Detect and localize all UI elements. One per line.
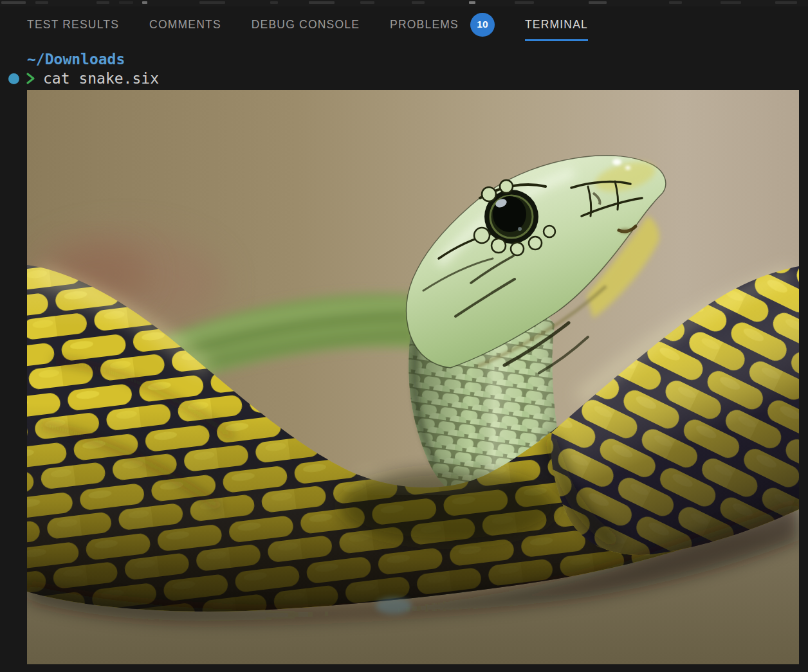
tab-comments[interactable]: COMMENTS — [149, 8, 221, 41]
terminal-command-text: cat snake.six — [43, 70, 159, 87]
problems-count-badge: 10 — [470, 13, 495, 37]
tab-test-results[interactable]: TEST RESULTS — [27, 8, 119, 41]
tab-problems-label: PROBLEMS — [390, 18, 459, 32]
tab-debug-console[interactable]: DEBUG CONSOLE — [252, 8, 360, 41]
terminal-command-line[interactable]: cat snake.six — [26, 70, 159, 87]
snake-photo — [27, 90, 799, 664]
prompt-chevron-icon — [26, 71, 35, 86]
tab-terminal[interactable]: TERMINAL — [525, 8, 588, 41]
panel-tabbar: TEST RESULTS COMMENTS DEBUG CONSOLE PROB… — [0, 6, 808, 42]
terminal-sixel-image — [27, 90, 799, 664]
tab-problems[interactable]: PROBLEMS 10 — [390, 8, 495, 41]
command-decoration-dot[interactable] — [8, 73, 19, 84]
editor-edge-sliver — [0, 0, 808, 6]
teal-smudge — [376, 597, 412, 614]
terminal-cwd: ~/Downloads — [27, 51, 125, 68]
neck-contact-shadow — [339, 469, 558, 544]
